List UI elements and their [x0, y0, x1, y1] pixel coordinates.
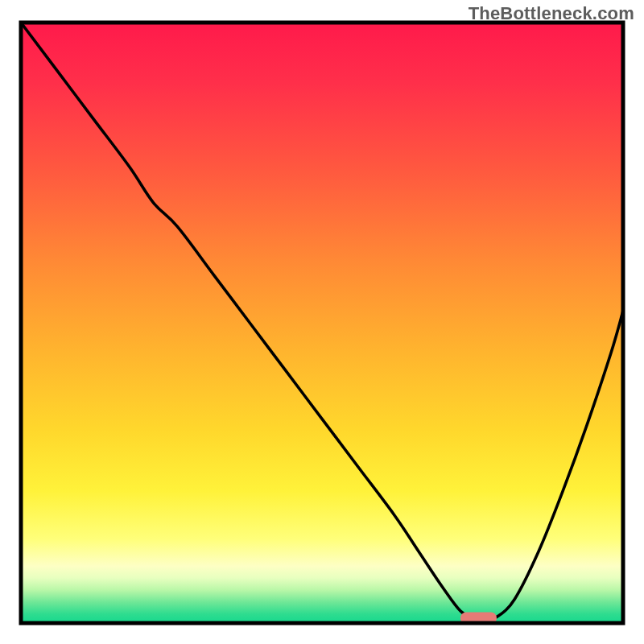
plot-background — [21, 23, 623, 623]
plot-area — [21, 23, 623, 624]
watermark-label: TheBottleneck.com — [469, 3, 634, 24]
chart-frame: TheBottleneck.com — [0, 0, 644, 644]
bottleneck-chart — [0, 0, 644, 644]
